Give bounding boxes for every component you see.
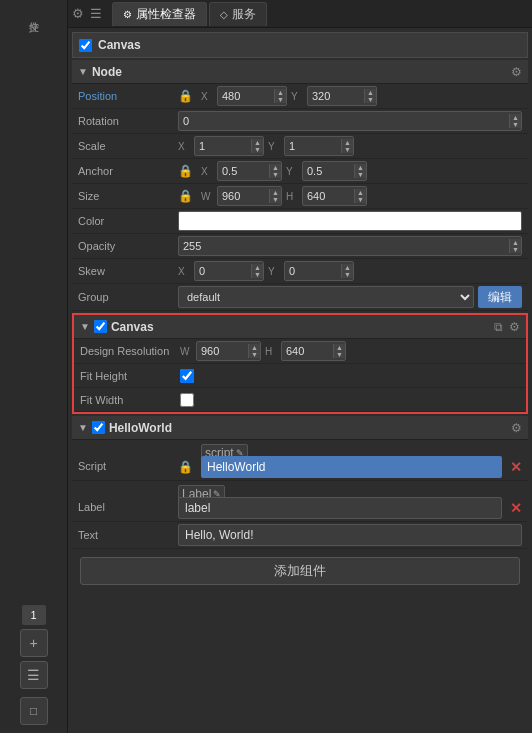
- script-remove-button[interactable]: ✕: [510, 459, 522, 475]
- page-number: 1: [22, 605, 46, 625]
- script-lock-icon[interactable]: 🔒: [178, 460, 193, 474]
- script-label: Script: [78, 460, 178, 472]
- size-label: Size: [78, 190, 178, 202]
- position-y-input[interactable]: 320 ▲▼: [307, 86, 377, 106]
- text-value: Hello, World!: [185, 528, 253, 542]
- scale-label: Scale: [78, 140, 178, 152]
- group-label: Group: [78, 291, 178, 303]
- main-panel: ⚙ ☰ ⚙ 属性检查器 ◇ 服务 Canvas ▼ Node ⚙ P: [68, 0, 532, 733]
- design-w-input[interactable]: 960 ▲▼: [196, 341, 261, 361]
- fit-height-row: Fit Height: [74, 364, 526, 388]
- label-row: Label Label✎ label ✕: [72, 481, 528, 522]
- size-h-input[interactable]: 640 ▲▼: [302, 186, 367, 206]
- label-value: label: [185, 501, 210, 515]
- fit-height-label: Fit Height: [80, 370, 180, 382]
- anchor-x-label: X: [201, 166, 213, 177]
- tab-services[interactable]: ◇ 服务: [209, 2, 267, 26]
- rotation-row: Rotation 0 ▲▼: [72, 109, 528, 134]
- fit-width-label: Fit Width: [80, 394, 180, 406]
- rotation-input[interactable]: 0 ▲▼: [178, 111, 522, 131]
- anchor-x-input[interactable]: 0.5 ▲▼: [217, 161, 282, 181]
- script-row: Script 🔒 script✎ HelloWorld ✕: [72, 440, 528, 481]
- scale-y-input[interactable]: 1 ▲▼: [284, 136, 354, 156]
- tab-bar-icons: ⚙ ☰: [72, 6, 102, 21]
- group-row: Group default 编辑: [72, 284, 528, 311]
- x-axis-label: X: [201, 91, 213, 102]
- helloworld-gear-icon[interactable]: ⚙: [511, 421, 522, 435]
- color-label: Color: [78, 215, 178, 227]
- menu-icon[interactable]: ☰: [90, 6, 102, 21]
- opacity-input[interactable]: 255 ▲▼: [178, 236, 522, 256]
- node-section-title: Node: [92, 65, 511, 79]
- group-select[interactable]: default: [178, 286, 474, 308]
- canvas-comp-arrow-icon: ▼: [80, 321, 90, 332]
- size-h-label: H: [286, 191, 298, 202]
- design-w-label: W: [180, 346, 192, 357]
- label-remove-button[interactable]: ✕: [510, 500, 522, 516]
- canvas-comp-checkbox[interactable]: [94, 320, 107, 333]
- helloworld-section: ▼ HelloWorld ⚙ Script 🔒 script✎ HelloWor…: [72, 416, 528, 549]
- fit-height-checkbox[interactable]: [180, 369, 194, 383]
- canvas-header-checkbox[interactable]: [79, 39, 92, 52]
- canvas-icon-button[interactable]: □: [20, 697, 48, 725]
- skew-y-input[interactable]: 0 ▲▼: [284, 261, 354, 281]
- anchor-label: Anchor: [78, 165, 178, 177]
- skew-x-input[interactable]: 0 ▲▼: [194, 261, 264, 281]
- add-page-button[interactable]: +: [20, 629, 48, 657]
- opacity-row: Opacity 255 ▲▼: [72, 234, 528, 259]
- helloworld-section-header[interactable]: ▼ HelloWorld ⚙: [72, 416, 528, 440]
- text-value-field[interactable]: Hello, World!: [178, 524, 522, 546]
- canvas-component-section: ▼ Canvas ⧉ ⚙ Design Resolution W 960 ▲▼: [72, 313, 528, 414]
- tab-properties[interactable]: ⚙ 属性检查器: [112, 2, 207, 26]
- node-section-header[interactable]: ▼ Node ⚙: [72, 60, 528, 84]
- design-h-input[interactable]: 640 ▲▼: [281, 341, 346, 361]
- position-lock-icon[interactable]: 🔒: [178, 89, 193, 103]
- scale-x-label: X: [178, 141, 190, 152]
- skew-x-label: X: [178, 266, 190, 277]
- add-component-button[interactable]: 添加组件: [80, 557, 520, 585]
- anchor-row: Anchor 🔒 X 0.5 ▲▼ Y 0.5 ▲▼: [72, 159, 528, 184]
- design-h-label: H: [265, 346, 277, 357]
- node-gear-icon[interactable]: ⚙: [511, 65, 522, 79]
- canvas-comp-header[interactable]: ▼ Canvas ⧉ ⚙: [74, 315, 526, 339]
- helloworld-checkbox[interactable]: [92, 421, 105, 434]
- rotation-label: Rotation: [78, 115, 178, 127]
- anchor-y-input[interactable]: 0.5 ▲▼: [302, 161, 367, 181]
- node-section: ▼ Node ⚙ Position 🔒 X 480 ▲▼ Y 320: [72, 60, 528, 311]
- fit-width-checkbox[interactable]: [180, 393, 194, 407]
- settings-icon[interactable]: ⚙: [72, 6, 84, 21]
- tab-bar: ⚙ ☰ ⚙ 属性检查器 ◇ 服务: [68, 0, 532, 28]
- canvas-component-header: Canvas: [72, 32, 528, 58]
- size-w-input[interactable]: 960 ▲▼: [217, 186, 282, 206]
- scale-x-input[interactable]: 1 ▲▼: [194, 136, 264, 156]
- position-label: Position: [78, 90, 178, 102]
- design-resolution-label: Design Resolution: [80, 345, 180, 357]
- anchor-lock-icon[interactable]: 🔒: [178, 164, 193, 178]
- scale-y-label: Y: [268, 141, 280, 152]
- size-row: Size 🔒 W 960 ▲▼ H 640 ▲▼: [72, 184, 528, 209]
- position-row: Position 🔒 X 480 ▲▼ Y 320 ▲▼: [72, 84, 528, 109]
- scale-row: Scale X 1 ▲▼ Y 1 ▲▼: [72, 134, 528, 159]
- script-value: HelloWorld: [207, 460, 265, 474]
- canvas-comp-copy-icon[interactable]: ⧉: [494, 320, 503, 334]
- node-arrow-icon: ▼: [78, 66, 88, 77]
- skew-row: Skew X 0 ▲▼ Y 0 ▲▼: [72, 259, 528, 284]
- anchor-y-label: Y: [286, 166, 298, 177]
- canvas-header-label: Canvas: [98, 38, 521, 52]
- position-x-input[interactable]: 480 ▲▼: [217, 86, 287, 106]
- canvas-comp-gear-icon[interactable]: ⚙: [509, 320, 520, 334]
- label-value-field[interactable]: label: [178, 497, 502, 519]
- design-resolution-row: Design Resolution W 960 ▲▼ H 640 ▲▼: [74, 339, 526, 364]
- tab-services-icon: ◇: [220, 9, 228, 20]
- text-row: Text Hello, World!: [72, 522, 528, 549]
- size-lock-icon[interactable]: 🔒: [178, 189, 193, 203]
- script-value-field[interactable]: HelloWorld: [201, 456, 502, 478]
- add-component-bar: 添加组件: [72, 551, 528, 591]
- canvas-comp-title: Canvas: [111, 320, 494, 334]
- list-button[interactable]: ☰: [20, 661, 48, 689]
- color-swatch[interactable]: [178, 211, 522, 231]
- group-edit-button[interactable]: 编辑: [478, 286, 522, 308]
- helloworld-title: HelloWorld: [109, 421, 511, 435]
- tab-properties-label: 属性检查器: [136, 6, 196, 23]
- skew-y-label: Y: [268, 266, 280, 277]
